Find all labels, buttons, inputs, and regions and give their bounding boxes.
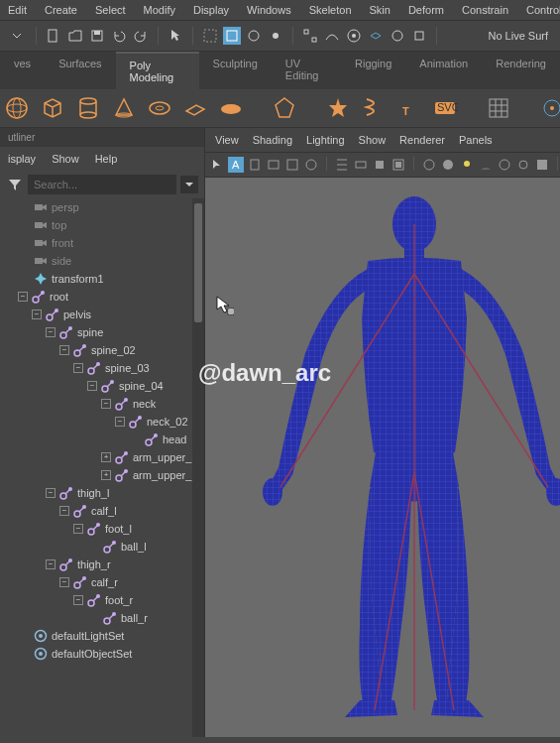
resolution-gate-icon[interactable] (372, 157, 388, 173)
outliner-item-ball_l[interactable]: ball_l (0, 538, 204, 556)
tab-poly-modeling[interactable]: Poly Modeling (116, 52, 199, 89)
outliner-item-neck[interactable]: −neck (0, 395, 204, 413)
lasso-icon[interactable] (245, 27, 263, 45)
menu-skin[interactable]: Skin (370, 4, 391, 16)
snap-plane-icon[interactable] (367, 27, 385, 45)
platonic-icon[interactable] (272, 93, 297, 123)
snap-grid-icon[interactable] (301, 27, 319, 45)
workspace-dropdown[interactable] (6, 29, 28, 43)
center-pivot-icon[interactable] (539, 93, 560, 123)
outliner-item-spine_03[interactable]: −spine_03 (0, 359, 204, 377)
menu-modify[interactable]: Modify (144, 4, 175, 16)
paint-select-icon[interactable] (267, 27, 284, 45)
undo-icon[interactable] (110, 27, 128, 45)
collapse-icon[interactable]: − (73, 363, 83, 373)
outliner-item-arm_upper_r[interactable]: +arm_upper_r (0, 466, 204, 484)
outliner-item-spine[interactable]: −spine (0, 323, 204, 341)
grid-icon[interactable] (486, 93, 511, 123)
collapse-icon[interactable]: − (46, 559, 56, 569)
menu-select[interactable]: Select (95, 4, 126, 16)
collapse-icon[interactable]: − (32, 310, 42, 319)
outliner-menu-show[interactable]: Show (52, 153, 79, 165)
outliner-item-foot_r[interactable]: −foot_r (0, 591, 204, 609)
ao-icon[interactable] (497, 157, 512, 173)
snap-toggle-icon[interactable] (410, 27, 428, 45)
outliner-tree[interactable]: persptopfrontsidetransform1−root−pelvis−… (0, 198, 204, 737)
outliner-item-head[interactable]: head (0, 431, 204, 448)
outliner-item-thigh_r[interactable]: −thigh_r (0, 556, 204, 573)
outliner-item-root[interactable]: −root (0, 288, 204, 306)
outliner-item-calf_l[interactable]: −calf_l (0, 502, 204, 520)
menu-constrain[interactable]: Constrain (462, 4, 508, 16)
poly-cone-icon[interactable] (111, 93, 137, 123)
bookmark-icon[interactable] (247, 157, 263, 173)
motion-blur-icon[interactable] (515, 157, 531, 173)
collapse-icon[interactable]: − (46, 327, 56, 337)
collapse-icon[interactable]: − (46, 488, 56, 498)
outliner-item-spine_04[interactable]: −spine_04 (0, 377, 204, 395)
collapse-icon[interactable]: − (59, 577, 69, 587)
2d-pan-icon[interactable] (284, 157, 300, 173)
image-plane-icon[interactable] (266, 157, 281, 173)
poly-torus-icon[interactable] (147, 93, 172, 123)
wireframe-icon[interactable] (421, 157, 437, 173)
outliner-item-defaultLightSet[interactable]: defaultLightSet (0, 627, 204, 645)
grid-display-icon[interactable] (334, 157, 350, 173)
poly-disc-icon[interactable] (218, 93, 244, 123)
viewport-canvas[interactable] (205, 178, 560, 737)
outliner-item-front[interactable]: front (0, 234, 204, 252)
poly-sphere-icon[interactable] (4, 93, 30, 123)
viewport-menu-renderer[interactable]: Renderer (399, 134, 445, 146)
tab-ves[interactable]: ves (0, 52, 45, 89)
tab-uv-editing[interactable]: UV Editing (272, 52, 341, 89)
viewport-menu-view[interactable]: View (215, 134, 239, 146)
select-camera-icon[interactable] (209, 157, 225, 173)
outliner-item-side[interactable]: side (0, 252, 204, 270)
tab-animation[interactable]: Animation (405, 52, 482, 89)
select-mode-icon[interactable] (201, 27, 219, 45)
redo-icon[interactable] (132, 27, 150, 45)
viewport-menu-lighting[interactable]: Lighting (306, 134, 345, 146)
collapse-icon[interactable]: − (101, 399, 111, 409)
grease-pencil-icon[interactable] (303, 157, 319, 173)
expand-icon[interactable]: + (101, 452, 111, 462)
open-file-icon[interactable] (66, 27, 84, 45)
outliner-item-arm_upper_l[interactable]: +arm_upper_l (0, 448, 204, 466)
outliner-item-neck_02[interactable]: −neck_02 (0, 413, 204, 431)
tab-rigging[interactable]: Rigging (341, 52, 405, 89)
outliner-item-top[interactable]: top (0, 216, 204, 234)
collapse-icon[interactable]: − (59, 506, 69, 516)
collapse-icon[interactable]: − (115, 417, 125, 427)
camera-attr-icon[interactable]: A (228, 157, 244, 173)
poly-cylinder-icon[interactable] (75, 93, 101, 123)
outliner-scrollbar[interactable] (192, 198, 204, 737)
tab-sculpting[interactable]: Sculpting (199, 52, 272, 89)
collapse-icon[interactable]: − (59, 345, 69, 355)
use-lights-icon[interactable] (459, 157, 475, 173)
outliner-item-thigh_l[interactable]: −thigh_l (0, 484, 204, 502)
filter-icon[interactable] (6, 176, 24, 193)
select-tool-icon[interactable] (167, 27, 184, 45)
menu-control[interactable]: Control (526, 4, 560, 16)
menu-edit[interactable]: Edit (8, 4, 27, 16)
collapse-icon[interactable]: − (73, 595, 83, 605)
poly-cube-icon[interactable] (40, 93, 65, 123)
snap-live-icon[interactable] (389, 27, 406, 45)
menu-deform[interactable]: Deform (408, 4, 444, 16)
no-live-surface-label[interactable]: No Live Surf (482, 30, 554, 42)
new-file-icon[interactable] (45, 27, 62, 45)
outliner-menu-help[interactable]: Help (95, 153, 118, 165)
viewport-menu-shading[interactable]: Shading (253, 134, 292, 146)
menu-create[interactable]: Create (45, 4, 77, 16)
menu-skeleton[interactable]: Skeleton (309, 4, 352, 16)
poly-plane-icon[interactable] (182, 93, 208, 123)
svg-icon[interactable]: SVG (432, 93, 458, 123)
menu-display[interactable]: Display (193, 4, 229, 16)
viewport-menu-show[interactable]: Show (359, 134, 387, 146)
collapse-icon[interactable]: − (87, 381, 97, 391)
helix-icon[interactable] (361, 93, 387, 123)
tab-surfaces[interactable]: Surfaces (45, 52, 115, 89)
menu-windows[interactable]: Windows (247, 4, 291, 16)
type-icon[interactable]: T (396, 93, 422, 123)
outliner-item-calf_r[interactable]: −calf_r (0, 573, 204, 591)
